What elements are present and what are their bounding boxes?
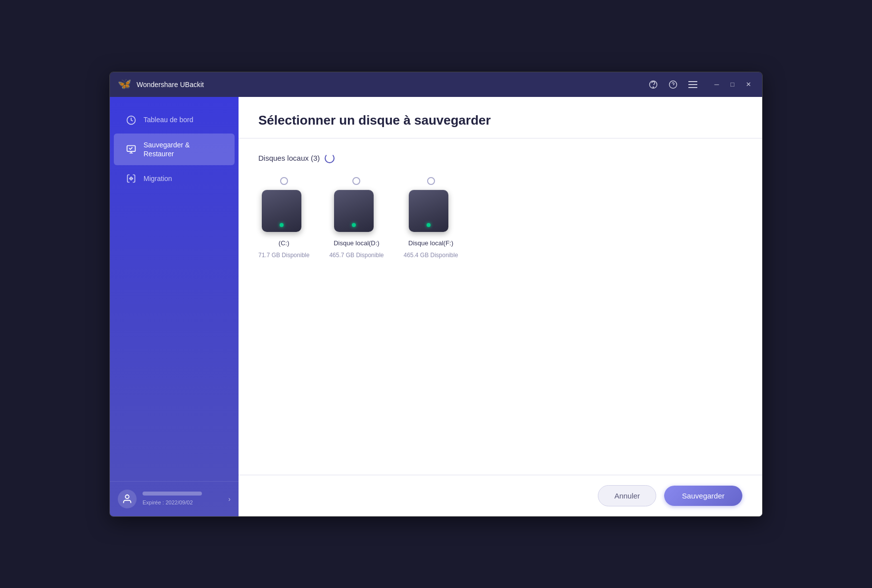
content-body: Disques locaux (3) (C [239, 138, 762, 475]
window-controls: ─ □ ✕ [711, 79, 754, 90]
title-bar: 🦋 Wondershare UBackit [110, 72, 762, 97]
disk-visual-c [262, 190, 306, 234]
migration-icon [126, 173, 137, 184]
app-window: 🦋 Wondershare UBackit [109, 72, 763, 517]
disk-label-d: Disque local(D:) [334, 239, 379, 247]
disk-space-d: 465.7 GB Disponible [329, 252, 384, 259]
local-disks-label-text: Disques locaux (3) [258, 154, 320, 162]
disk-label-c: (C:) [279, 239, 290, 247]
disk-led-d [352, 223, 356, 227]
user-avatar [118, 490, 137, 508]
sidebar-item-backup-label: Sauvegarder & Restaurer [144, 140, 190, 158]
disk-visual-f [409, 190, 453, 234]
save-button[interactable]: Sauvegarder [664, 486, 742, 506]
sidebar-footer: Expirée : 2022/09/02 › [110, 481, 239, 516]
app-title-text: Wondershare UBackit [137, 81, 204, 89]
dashboard-icon [126, 115, 137, 126]
disk-radio-f[interactable] [427, 177, 435, 185]
backup-restore-icon [126, 144, 137, 155]
cancel-button[interactable]: Annuler [598, 485, 656, 506]
content-footer: Annuler Sauvegarder [239, 475, 762, 516]
page-title: Sélectionner un disque à sauvegarder [258, 113, 742, 128]
disk-radio-row-c [280, 177, 288, 185]
disk-radio-row-d [352, 177, 360, 185]
disk-led-f [427, 223, 431, 227]
sidebar-item-migration-label: Migration [144, 174, 172, 183]
content-area: Sélectionner un disque à sauvegarder Dis… [239, 97, 762, 516]
main-layout: Tableau de bord Sauvegarder & Restaurer [110, 97, 762, 516]
disk-visual-d [334, 190, 379, 234]
app-logo: 🦋 [118, 78, 132, 91]
sidebar: Tableau de bord Sauvegarder & Restaurer [110, 97, 239, 516]
disk-space-c: 71.7 GB Disponible [258, 252, 309, 259]
svg-point-1 [653, 87, 654, 88]
disk-item-f[interactable]: Disque local(F:) 465.4 GB Disponible [403, 177, 458, 259]
disk-radio-d[interactable] [352, 177, 360, 185]
disk-body-c [262, 190, 301, 232]
hamburger-icon[interactable] [687, 79, 699, 90]
title-bar-right: ─ □ ✕ [647, 79, 754, 90]
disk-item-c[interactable]: (C:) 71.7 GB Disponible [258, 177, 309, 259]
user-license-bar [143, 492, 202, 496]
svg-point-9 [125, 495, 129, 498]
disk-item-d[interactable]: Disque local(D:) 465.7 GB Disponible [329, 177, 384, 259]
section-label-local-disks: Disques locaux (3) [258, 153, 742, 163]
sidebar-item-dashboard-label: Tableau de bord [144, 115, 193, 124]
disk-grid: (C:) 71.7 GB Disponible Disq [258, 177, 742, 259]
maximize-button[interactable]: □ [727, 79, 738, 90]
disk-radio-c[interactable] [280, 177, 288, 185]
sidebar-item-migration[interactable]: Migration [114, 166, 235, 191]
sidebar-footer-arrow[interactable]: › [228, 495, 231, 503]
disk-body-f [409, 190, 448, 232]
sidebar-item-dashboard[interactable]: Tableau de bord [114, 108, 235, 133]
sidebar-nav: Tableau de bord Sauvegarder & Restaurer [110, 97, 239, 481]
refresh-icon[interactable] [325, 153, 335, 163]
disk-label-f: Disque local(F:) [408, 239, 453, 247]
content-header: Sélectionner un disque à sauvegarder [239, 97, 762, 138]
help-icon[interactable] [667, 79, 679, 90]
sidebar-item-backup-restore[interactable]: Sauvegarder & Restaurer [114, 134, 235, 165]
disk-radio-row-f [427, 177, 435, 185]
disk-space-f: 465.4 GB Disponible [403, 252, 458, 259]
disk-led-c [280, 223, 284, 227]
close-button[interactable]: ✕ [742, 79, 754, 90]
user-expiry-text: Expirée : 2022/09/02 [143, 499, 193, 505]
user-info: Expirée : 2022/09/02 [143, 492, 222, 506]
title-bar-left: 🦋 Wondershare UBackit [118, 78, 204, 91]
support-icon[interactable] [647, 79, 659, 90]
minimize-button[interactable]: ─ [711, 79, 723, 90]
disk-body-d [334, 190, 374, 232]
